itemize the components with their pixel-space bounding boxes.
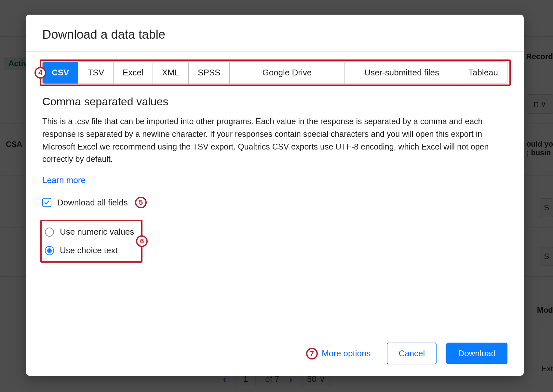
tab-google-drive[interactable]: Google Drive bbox=[230, 62, 344, 84]
more-options-label: More options bbox=[322, 348, 371, 358]
annotation-6: 6 bbox=[136, 235, 148, 247]
format-tabs: CSV TSV Excel XML SPSS Google Drive User… bbox=[42, 61, 507, 84]
tab-excel[interactable]: Excel bbox=[114, 62, 153, 84]
tab-user-submitted-files[interactable]: User-submitted files bbox=[344, 62, 459, 84]
annotation-5: 5 bbox=[135, 197, 147, 208]
tab-tableau[interactable]: Tableau bbox=[459, 62, 507, 84]
modal-body: 4 CSV TSV Excel XML SPSS Google Drive Us… bbox=[26, 52, 524, 331]
learn-more-link[interactable]: Learn more bbox=[42, 175, 86, 185]
radio-row-choice: Use choice text bbox=[45, 243, 134, 257]
download-all-fields-row: Download all fields 5 bbox=[42, 197, 147, 208]
radio-choice-label: Use choice text bbox=[60, 245, 118, 255]
radio-use-numeric-values[interactable] bbox=[45, 228, 54, 237]
radio-numeric-label: Use numeric values bbox=[60, 227, 134, 237]
tab-xml[interactable]: XML bbox=[153, 62, 189, 84]
annotation-4: 4 bbox=[34, 67, 46, 79]
modal-title: Download a data table bbox=[42, 28, 507, 42]
modal-footer: 7 More options Cancel Download bbox=[26, 331, 524, 376]
annotation-7: 7 bbox=[306, 348, 318, 359]
format-description: This is a .csv file that can be imported… bbox=[42, 115, 498, 165]
tab-spss[interactable]: SPSS bbox=[189, 62, 230, 84]
tab-csv[interactable]: CSV bbox=[43, 62, 78, 84]
radio-row-numeric: Use numeric values bbox=[45, 225, 134, 243]
format-tabs-container: 4 CSV TSV Excel XML SPSS Google Drive Us… bbox=[42, 61, 507, 84]
download-all-fields-checkbox[interactable] bbox=[42, 198, 51, 207]
download-button[interactable]: Download bbox=[446, 343, 507, 364]
format-section-title: Comma separated values bbox=[42, 95, 507, 108]
value-format-radio-group: 6 Use numeric values Use choice text bbox=[42, 220, 141, 263]
tab-tsv[interactable]: TSV bbox=[78, 62, 114, 84]
more-options-link[interactable]: 7 More options bbox=[322, 348, 371, 359]
modal-header: Download a data table bbox=[26, 15, 524, 51]
check-icon bbox=[44, 200, 50, 205]
download-data-table-modal: Download a data table 4 CSV TSV Excel XM… bbox=[26, 15, 524, 376]
cancel-button[interactable]: Cancel bbox=[387, 343, 437, 364]
download-all-fields-label: Download all fields bbox=[57, 198, 128, 208]
radio-use-choice-text[interactable] bbox=[45, 246, 54, 255]
